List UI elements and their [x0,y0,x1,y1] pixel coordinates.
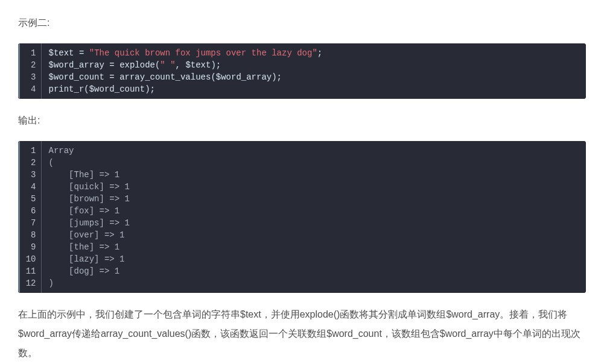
code-token: Array [49,146,74,155]
code-content: $text = "The quick brown fox jumps over … [41,43,586,59]
code-token: print_r [49,84,84,94]
code-content: $word_array = explode(" ", $text); [41,59,586,71]
code-line: 1Array [18,141,586,157]
code-token: = [104,60,119,70]
code-block-php: 1$text = "The quick brown fox jumps over… [18,43,586,99]
code-content: [jumps] => 1 [41,217,586,229]
code-token: $text [49,48,74,58]
code-content: [fox] => 1 [41,205,586,217]
line-number: 3 [18,71,41,83]
line-number: 5 [18,193,41,205]
code-token: = [74,48,89,58]
code-token: array_count_values [119,72,211,82]
code-token: $word_count [89,84,145,94]
code-token: ( [49,158,54,168]
code-token: [brown] => 1 [49,194,130,204]
code-token: [dog] => 1 [49,266,120,276]
code-token: ); [145,84,155,94]
code-line: 9 [the] => 1 [18,241,586,253]
code-token: [the] => 1 [49,242,120,252]
line-number: 3 [18,169,41,181]
code-content: [The] => 1 [41,169,586,181]
code-content: ) [41,277,586,293]
code-line: 2$word_array = explode(" ", $text); [18,59,586,71]
line-number: 9 [18,241,41,253]
code-token: [over] => 1 [49,230,125,240]
line-number: 7 [18,217,41,229]
code-content: [over] => 1 [41,229,586,241]
code-token: "The quick brown fox jumps over the lazy… [89,48,317,58]
code-line: 1$text = "The quick brown fox jumps over… [18,43,586,59]
code-content: [dog] => 1 [41,265,586,277]
code-line: 12) [18,277,586,293]
code-token: [jumps] => 1 [49,218,130,228]
line-number: 6 [18,205,41,217]
code-line: 4 [quick] => 1 [18,181,586,193]
code-line: 3 [The] => 1 [18,169,586,181]
code-token: ); [211,60,221,70]
code-token: = [104,72,119,82]
code-token: $word_array [49,60,104,70]
code-line: 2( [18,157,586,169]
code-content: [brown] => 1 [41,193,586,205]
line-number: 8 [18,229,41,241]
line-number: 10 [18,253,41,265]
code-token: , [176,60,186,70]
code-content: [lazy] => 1 [41,253,586,265]
code-token: [fox] => 1 [49,206,120,216]
line-number: 4 [18,83,41,99]
code-line: 8 [over] => 1 [18,229,586,241]
code-token: [quick] => 1 [49,182,130,192]
code-token: $word_array [216,72,272,82]
code-line: 7 [jumps] => 1 [18,217,586,229]
code-token: $text [185,60,211,70]
code-token: [lazy] => 1 [49,254,125,264]
code-table-output: 1Array2(3 [The] => 14 [quick] => 15 [bro… [18,141,586,293]
code-token: ; [317,48,322,58]
code-line: 10 [lazy] => 1 [18,253,586,265]
line-number: 4 [18,181,41,193]
code-line: 3$word_count = array_count_values($word_… [18,71,586,83]
line-number: 2 [18,59,41,71]
code-table-php: 1$text = "The quick brown fox jumps over… [18,43,586,99]
code-content: ( [41,157,586,169]
code-token: " " [160,60,175,70]
code-token: explode [119,60,155,70]
code-block-output: 1Array2(3 [The] => 14 [quick] => 15 [bro… [18,141,586,293]
line-number: 12 [18,277,41,293]
code-content: $word_count = array_count_values($word_a… [41,71,586,83]
paragraph-explanation: 在上面的示例中，我们创建了一个包含单词的字符串$text，并使用explode(… [18,305,586,363]
paragraph-output-label: 输出: [18,111,586,130]
line-number: 2 [18,157,41,169]
line-number: 1 [18,43,41,59]
code-token: [The] => 1 [49,170,120,180]
paragraph-example-label: 示例二: [18,13,586,33]
code-line: 4print_r($word_count); [18,83,586,99]
code-token: $word_count [49,72,104,82]
line-number: 1 [18,141,41,157]
code-line: 5 [brown] => 1 [18,193,586,205]
code-token: ) [49,278,54,288]
code-content: print_r($word_count); [41,83,586,99]
code-content: [quick] => 1 [41,181,586,193]
code-line: 6 [fox] => 1 [18,205,586,217]
code-token: ); [272,72,282,82]
code-token: ( [211,72,215,82]
line-number: 11 [18,265,41,277]
code-token: ( [84,84,89,94]
code-content: Array [41,141,586,157]
code-line: 11 [dog] => 1 [18,265,586,277]
code-content: [the] => 1 [41,241,586,253]
